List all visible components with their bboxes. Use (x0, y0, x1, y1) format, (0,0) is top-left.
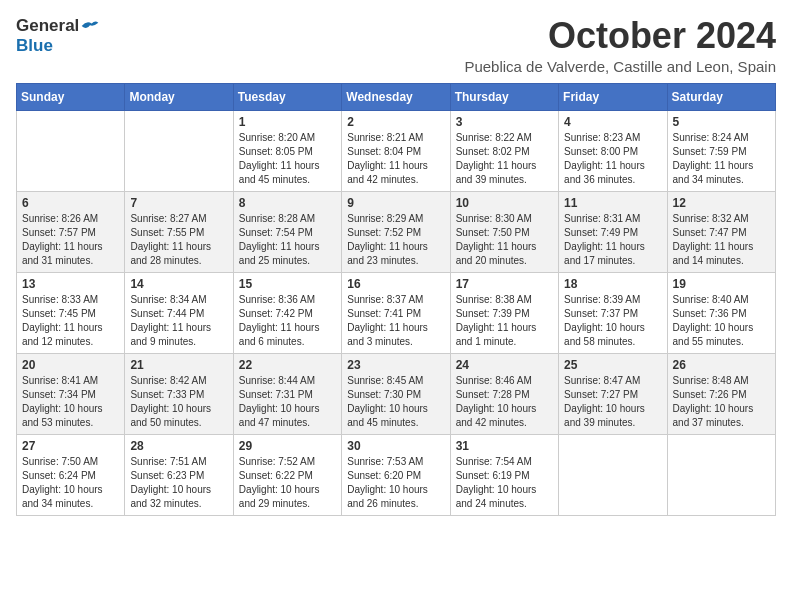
calendar-cell: 17Sunrise: 8:38 AM Sunset: 7:39 PM Dayli… (450, 272, 558, 353)
calendar-cell: 9Sunrise: 8:29 AM Sunset: 7:52 PM Daylig… (342, 191, 450, 272)
calendar-cell: 12Sunrise: 8:32 AM Sunset: 7:47 PM Dayli… (667, 191, 775, 272)
day-detail: Sunrise: 8:46 AM Sunset: 7:28 PM Dayligh… (456, 374, 553, 430)
weekday-header-row: SundayMondayTuesdayWednesdayThursdayFrid… (17, 83, 776, 110)
calendar-week-row: 6Sunrise: 8:26 AM Sunset: 7:57 PM Daylig… (17, 191, 776, 272)
weekday-header-saturday: Saturday (667, 83, 775, 110)
calendar-cell: 1Sunrise: 8:20 AM Sunset: 8:05 PM Daylig… (233, 110, 341, 191)
day-number: 9 (347, 196, 444, 210)
logo-bird-icon (80, 18, 100, 34)
calendar-cell: 14Sunrise: 8:34 AM Sunset: 7:44 PM Dayli… (125, 272, 233, 353)
calendar-body: 1Sunrise: 8:20 AM Sunset: 8:05 PM Daylig… (17, 110, 776, 515)
day-number: 14 (130, 277, 227, 291)
calendar-week-row: 1Sunrise: 8:20 AM Sunset: 8:05 PM Daylig… (17, 110, 776, 191)
day-number: 19 (673, 277, 770, 291)
calendar-cell: 16Sunrise: 8:37 AM Sunset: 7:41 PM Dayli… (342, 272, 450, 353)
calendar-header: SundayMondayTuesdayWednesdayThursdayFrid… (17, 83, 776, 110)
title-section: October 2024 Pueblica de Valverde, Casti… (464, 16, 776, 75)
day-detail: Sunrise: 8:29 AM Sunset: 7:52 PM Dayligh… (347, 212, 444, 268)
day-number: 24 (456, 358, 553, 372)
month-year-title: October 2024 (464, 16, 776, 56)
day-detail: Sunrise: 8:48 AM Sunset: 7:26 PM Dayligh… (673, 374, 770, 430)
calendar-cell: 13Sunrise: 8:33 AM Sunset: 7:45 PM Dayli… (17, 272, 125, 353)
day-detail: Sunrise: 8:20 AM Sunset: 8:05 PM Dayligh… (239, 131, 336, 187)
calendar-table: SundayMondayTuesdayWednesdayThursdayFrid… (16, 83, 776, 516)
day-number: 2 (347, 115, 444, 129)
day-detail: Sunrise: 8:24 AM Sunset: 7:59 PM Dayligh… (673, 131, 770, 187)
day-detail: Sunrise: 7:50 AM Sunset: 6:24 PM Dayligh… (22, 455, 119, 511)
day-number: 26 (673, 358, 770, 372)
day-detail: Sunrise: 8:40 AM Sunset: 7:36 PM Dayligh… (673, 293, 770, 349)
calendar-week-row: 27Sunrise: 7:50 AM Sunset: 6:24 PM Dayli… (17, 434, 776, 515)
calendar-cell: 28Sunrise: 7:51 AM Sunset: 6:23 PM Dayli… (125, 434, 233, 515)
day-number: 28 (130, 439, 227, 453)
weekday-header-tuesday: Tuesday (233, 83, 341, 110)
calendar-week-row: 13Sunrise: 8:33 AM Sunset: 7:45 PM Dayli… (17, 272, 776, 353)
day-number: 30 (347, 439, 444, 453)
day-detail: Sunrise: 8:47 AM Sunset: 7:27 PM Dayligh… (564, 374, 661, 430)
calendar-cell: 19Sunrise: 8:40 AM Sunset: 7:36 PM Dayli… (667, 272, 775, 353)
day-number: 31 (456, 439, 553, 453)
day-detail: Sunrise: 8:36 AM Sunset: 7:42 PM Dayligh… (239, 293, 336, 349)
day-number: 18 (564, 277, 661, 291)
calendar-cell: 2Sunrise: 8:21 AM Sunset: 8:04 PM Daylig… (342, 110, 450, 191)
day-number: 8 (239, 196, 336, 210)
calendar-cell: 11Sunrise: 8:31 AM Sunset: 7:49 PM Dayli… (559, 191, 667, 272)
calendar-cell: 15Sunrise: 8:36 AM Sunset: 7:42 PM Dayli… (233, 272, 341, 353)
weekday-header-thursday: Thursday (450, 83, 558, 110)
calendar-cell: 31Sunrise: 7:54 AM Sunset: 6:19 PM Dayli… (450, 434, 558, 515)
day-number: 4 (564, 115, 661, 129)
calendar-cell (559, 434, 667, 515)
day-number: 12 (673, 196, 770, 210)
day-number: 16 (347, 277, 444, 291)
day-detail: Sunrise: 8:27 AM Sunset: 7:55 PM Dayligh… (130, 212, 227, 268)
calendar-cell (17, 110, 125, 191)
day-number: 25 (564, 358, 661, 372)
day-detail: Sunrise: 8:39 AM Sunset: 7:37 PM Dayligh… (564, 293, 661, 349)
day-number: 5 (673, 115, 770, 129)
weekday-header-monday: Monday (125, 83, 233, 110)
day-number: 13 (22, 277, 119, 291)
calendar-cell: 7Sunrise: 8:27 AM Sunset: 7:55 PM Daylig… (125, 191, 233, 272)
day-detail: Sunrise: 8:30 AM Sunset: 7:50 PM Dayligh… (456, 212, 553, 268)
day-number: 7 (130, 196, 227, 210)
day-detail: Sunrise: 8:44 AM Sunset: 7:31 PM Dayligh… (239, 374, 336, 430)
weekday-header-sunday: Sunday (17, 83, 125, 110)
calendar-cell (667, 434, 775, 515)
logo-general: General (16, 16, 79, 36)
calendar-cell: 4Sunrise: 8:23 AM Sunset: 8:00 PM Daylig… (559, 110, 667, 191)
calendar-cell: 10Sunrise: 8:30 AM Sunset: 7:50 PM Dayli… (450, 191, 558, 272)
calendar-cell: 21Sunrise: 8:42 AM Sunset: 7:33 PM Dayli… (125, 353, 233, 434)
calendar-cell: 3Sunrise: 8:22 AM Sunset: 8:02 PM Daylig… (450, 110, 558, 191)
day-detail: Sunrise: 8:41 AM Sunset: 7:34 PM Dayligh… (22, 374, 119, 430)
day-number: 22 (239, 358, 336, 372)
calendar-week-row: 20Sunrise: 8:41 AM Sunset: 7:34 PM Dayli… (17, 353, 776, 434)
calendar-cell: 30Sunrise: 7:53 AM Sunset: 6:20 PM Dayli… (342, 434, 450, 515)
calendar-cell: 20Sunrise: 8:41 AM Sunset: 7:34 PM Dayli… (17, 353, 125, 434)
day-detail: Sunrise: 8:31 AM Sunset: 7:49 PM Dayligh… (564, 212, 661, 268)
day-number: 21 (130, 358, 227, 372)
day-number: 29 (239, 439, 336, 453)
day-number: 10 (456, 196, 553, 210)
day-detail: Sunrise: 7:54 AM Sunset: 6:19 PM Dayligh… (456, 455, 553, 511)
day-detail: Sunrise: 8:37 AM Sunset: 7:41 PM Dayligh… (347, 293, 444, 349)
day-number: 11 (564, 196, 661, 210)
day-detail: Sunrise: 8:42 AM Sunset: 7:33 PM Dayligh… (130, 374, 227, 430)
calendar-cell: 8Sunrise: 8:28 AM Sunset: 7:54 PM Daylig… (233, 191, 341, 272)
day-detail: Sunrise: 8:21 AM Sunset: 8:04 PM Dayligh… (347, 131, 444, 187)
calendar-cell: 24Sunrise: 8:46 AM Sunset: 7:28 PM Dayli… (450, 353, 558, 434)
day-number: 6 (22, 196, 119, 210)
calendar-cell (125, 110, 233, 191)
day-detail: Sunrise: 8:33 AM Sunset: 7:45 PM Dayligh… (22, 293, 119, 349)
calendar-cell: 22Sunrise: 8:44 AM Sunset: 7:31 PM Dayli… (233, 353, 341, 434)
weekday-header-friday: Friday (559, 83, 667, 110)
calendar-cell: 18Sunrise: 8:39 AM Sunset: 7:37 PM Dayli… (559, 272, 667, 353)
day-number: 23 (347, 358, 444, 372)
day-detail: Sunrise: 8:28 AM Sunset: 7:54 PM Dayligh… (239, 212, 336, 268)
day-number: 27 (22, 439, 119, 453)
day-detail: Sunrise: 7:53 AM Sunset: 6:20 PM Dayligh… (347, 455, 444, 511)
day-number: 17 (456, 277, 553, 291)
day-detail: Sunrise: 8:38 AM Sunset: 7:39 PM Dayligh… (456, 293, 553, 349)
day-detail: Sunrise: 8:34 AM Sunset: 7:44 PM Dayligh… (130, 293, 227, 349)
calendar-cell: 29Sunrise: 7:52 AM Sunset: 6:22 PM Dayli… (233, 434, 341, 515)
day-detail: Sunrise: 7:51 AM Sunset: 6:23 PM Dayligh… (130, 455, 227, 511)
